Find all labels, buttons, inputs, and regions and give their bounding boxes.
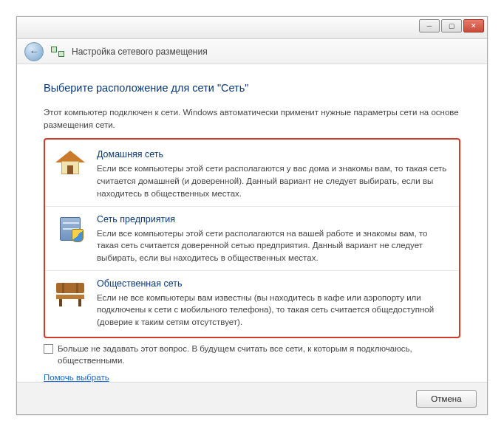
button-row: Отмена <box>17 382 487 414</box>
minimize-button[interactable]: ─ <box>419 19 440 32</box>
content-area: Выберите расположение для сети "Сеть" Эт… <box>17 64 487 397</box>
close-button[interactable]: ✕ <box>463 19 484 32</box>
back-button[interactable]: ← <box>24 42 44 61</box>
option-body: Домашняя сеть Если все компьютеры этой с… <box>97 148 450 199</box>
option-title: Домашняя сеть <box>97 148 450 161</box>
dialog-window: ─ ▢ ✕ ← Настройка сетевого размещения Вы… <box>16 16 488 415</box>
intro-text: Этот компьютер подключен к сети. Windows… <box>44 106 460 131</box>
dont-ask-row: Больше не задавать этот вопрос. В будуще… <box>44 343 460 367</box>
server-icon <box>54 213 86 245</box>
option-title: Общественная сеть <box>97 277 450 290</box>
nav-title: Настройка сетевого размещения <box>72 47 208 57</box>
arrow-left-icon: ← <box>30 46 39 57</box>
option-body: Общественная сеть Если не все компьютеры… <box>97 277 450 329</box>
option-home-network[interactable]: Домашняя сеть Если все компьютеры этой с… <box>45 142 459 206</box>
bench-icon <box>54 277 86 309</box>
dont-ask-checkbox[interactable] <box>44 344 53 354</box>
window-controls: ─ ▢ ✕ <box>419 19 484 32</box>
page-heading: Выберите расположение для сети "Сеть" <box>44 80 460 96</box>
maximize-button[interactable]: ▢ <box>441 19 462 32</box>
cancel-button[interactable]: Отмена <box>416 390 477 408</box>
nav-bar: ← Настройка сетевого размещения <box>17 39 487 64</box>
title-bar: ─ ▢ ✕ <box>17 17 487 39</box>
option-public-network[interactable]: Общественная сеть Если не все компьютеры… <box>45 271 459 335</box>
house-icon <box>54 148 86 180</box>
option-desc: Если не все компьютеры вам известны (вы … <box>97 292 450 329</box>
network-options-group: Домашняя сеть Если все компьютеры этой с… <box>44 138 460 337</box>
network-icon <box>51 47 64 57</box>
option-desc: Если все компьютеры этой сети располагаю… <box>97 162 450 199</box>
dont-ask-label: Больше не задавать этот вопрос. В будуще… <box>58 343 460 367</box>
option-desc: Если все компьютеры этой сети располагаю… <box>97 227 450 264</box>
option-body: Сеть предприятия Если все компьютеры это… <box>97 213 450 264</box>
option-title: Сеть предприятия <box>97 213 450 226</box>
option-work-network[interactable]: Сеть предприятия Если все компьютеры это… <box>45 207 459 271</box>
